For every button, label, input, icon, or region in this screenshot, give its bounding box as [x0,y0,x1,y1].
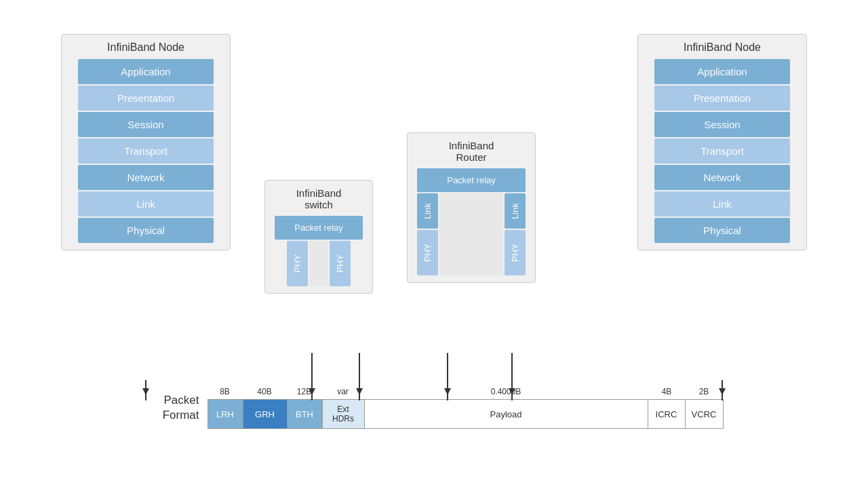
left-layer-transport: Transport [78,138,214,164]
right-node-title: InfiniBand Node [684,41,761,54]
infiniband-router: InfiniBandRouter Packet relay Link PHY L… [407,132,536,283]
right-layer-session: Session [654,112,790,137]
svg-marker-5 [356,388,363,395]
svg-marker-1 [142,388,149,395]
left-layer-application: Application [78,59,214,84]
left-infiniband-node: InfiniBand Node Application Presentation… [61,34,231,250]
main-container: InfiniBand Node Application Presentation… [0,0,868,488]
right-layer-physical: Physical [654,218,790,243]
router-packet-relay: Packet relay [417,168,526,192]
right-layer-application: Application [654,59,790,84]
switch-phy-gap [309,241,328,286]
svg-marker-3 [309,388,315,395]
router-title: InfiniBandRouter [449,140,494,163]
switch-phy-row: PHY PHY [287,241,351,286]
pf-bth: BTH [288,400,323,428]
router-col1: Link PHY [417,193,438,276]
switch-inner: Packet relay PHY PHY [275,216,363,286]
packet-fields-row: LRH GRH BTH ExtHDRs Payload ICRC VCRC [208,399,724,429]
left-node-title: InfiniBand Node [107,41,184,54]
right-infiniband-node: InfiniBand Node Application Presentation… [637,34,807,250]
router-inner: Packet relay Link PHY Link PHY [417,168,526,276]
router-link-phy-row: Link PHY Link PHY [417,193,526,276]
right-layer-network: Network [654,165,790,190]
infiniband-switch: InfiniBandswitch Packet relay PHY PHY [264,180,373,294]
switch-phy2: PHY [330,241,351,286]
svg-marker-9 [509,388,515,395]
right-layer-presentation: Presentation [654,86,790,111]
router-phy1: PHY [417,230,438,276]
left-layer-session: Session [78,112,214,137]
right-layer-transport: Transport [654,138,790,164]
left-layer-presentation: Presentation [78,86,214,111]
switch-packet-relay: Packet relay [275,216,363,240]
pf-icrc: ICRC [648,400,686,428]
router-col2: Link PHY [505,193,526,276]
switch-title: InfiniBandswitch [296,187,342,210]
pf-vcrc: VCRC [686,400,723,428]
diagram-area: InfiniBand Node Application Presentation… [0,20,868,400]
pf-grh: GRH [243,400,288,428]
right-layer-stack: Application Presentation Session Transpo… [654,59,790,243]
router-link2: Link [505,193,526,229]
pf-ext: ExtHDRs [323,400,365,428]
pf-payload: Payload [365,400,648,428]
switch-phy1: PHY [287,241,308,286]
router-phy2: PHY [505,230,526,276]
router-link1: Link [417,193,438,229]
pf-lrh: LRH [208,400,243,428]
left-layer-link: Link [78,191,214,217]
svg-marker-7 [444,388,451,395]
right-layer-link: Link [654,191,790,217]
left-layer-network: Network [78,165,214,190]
svg-marker-11 [719,388,726,395]
router-gap [439,193,503,276]
left-layer-physical: Physical [78,218,214,243]
left-layer-stack: Application Presentation Session Transpo… [78,59,214,243]
